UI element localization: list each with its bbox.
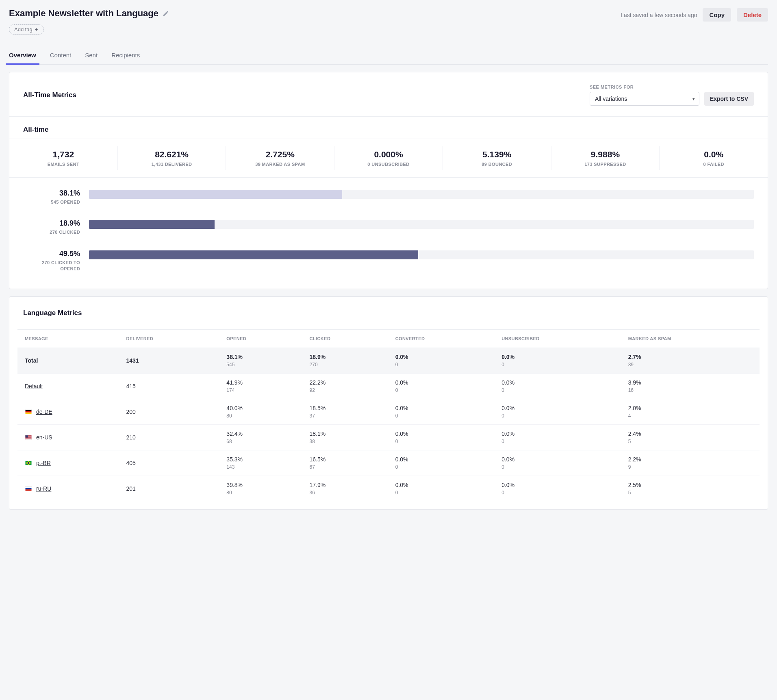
export-csv-button[interactable]: Export to CSV: [704, 92, 754, 106]
table-cell: 0.0%0: [494, 424, 621, 450]
table-header-cell: UNSUBSCRIBED: [494, 329, 621, 348]
cell-sub: 39: [628, 362, 752, 367]
bar-pct: 18.9%: [23, 219, 80, 228]
delete-button[interactable]: Delete: [737, 8, 768, 22]
header-actions: Last saved a few seconds ago Copy Delete: [621, 8, 768, 22]
bar-desc: 270 CLICKED TO OPENED: [23, 260, 80, 272]
cell-sub: 0: [395, 490, 487, 496]
table-cell: 0.0%0: [388, 348, 495, 373]
cell-sub: 4: [628, 413, 752, 419]
message-link[interactable]: Default: [25, 383, 43, 389]
stat-desc: 173 SUPPRESSED: [553, 162, 658, 167]
bar-label: 49.5% 270 CLICKED TO OPENED: [23, 250, 80, 272]
table-header-cell: MARKED AS SPAM: [621, 329, 760, 348]
variation-select-value: All variations: [595, 96, 627, 102]
cell-sub: 37: [310, 413, 381, 419]
stat-desc: 0 FAILED: [661, 162, 766, 167]
tab-recipients[interactable]: Recipients: [111, 52, 140, 64]
stat-item: 1,732 EMAILS SENT: [9, 146, 118, 170]
table-cell: 0.0%0: [388, 424, 495, 450]
flag-icon: [25, 461, 32, 465]
table-cell: ru-RU: [17, 476, 119, 501]
table-cell: Default: [17, 373, 119, 399]
table-header-cell: DELIVERED: [119, 329, 219, 348]
cell-sub: 5: [628, 439, 752, 444]
add-tag-label: Add tag: [14, 26, 33, 33]
language-metrics-card: Language Metrics MESSAGEDELIVEREDOPENEDC…: [9, 296, 768, 510]
bar-desc: 270 CLICKED: [23, 229, 80, 235]
stat-item: 82.621% 1,431 DELIVERED: [118, 146, 226, 170]
stat-value: 82.621%: [119, 150, 224, 159]
svg-rect-8: [26, 438, 32, 439]
pencil-icon[interactable]: [163, 10, 169, 17]
tab-overview[interactable]: Overview: [9, 52, 36, 64]
table-cell: 32.4%68: [219, 424, 302, 450]
stat-desc: 1,431 DELIVERED: [119, 162, 224, 167]
tabs: OverviewContentSentRecipients: [9, 52, 768, 65]
cell-sub: 545: [226, 362, 295, 367]
flag-icon: [25, 486, 32, 491]
table-cell: 39.8%80: [219, 476, 302, 501]
stat-value: 1,732: [11, 150, 116, 159]
add-tag-button[interactable]: Add tag: [9, 24, 44, 35]
message-link[interactable]: ru-RU: [36, 485, 51, 492]
tab-sent[interactable]: Sent: [85, 52, 98, 64]
stat-item: 0.000% 0 UNSUBSCRIBED: [334, 146, 443, 170]
cell-sub: 67: [310, 464, 381, 470]
table-cell: 22.2%92: [302, 373, 388, 399]
table-cell: 2.2%9: [621, 450, 760, 476]
bar-pct: 38.1%: [23, 189, 80, 198]
bar-row: 18.9% 270 CLICKED: [23, 219, 754, 235]
all-time-subheader: All-time: [9, 117, 768, 139]
table-header-cell: CONVERTED: [388, 329, 495, 348]
message-link[interactable]: en-US: [36, 434, 52, 441]
table-cell: 40.0%80: [219, 399, 302, 424]
cell-sub: 80: [226, 490, 295, 496]
cell-sub: 0: [501, 464, 613, 470]
table-cell: 17.9%36: [302, 476, 388, 501]
saved-text: Last saved a few seconds ago: [621, 12, 697, 18]
cell-sub: 68: [226, 439, 295, 444]
table-row-total: Total 1431 38.1%545 18.9%270 0.0%0 0.0%0…: [17, 348, 760, 373]
copy-button[interactable]: Copy: [703, 8, 731, 22]
table-cell: 0.0%0: [494, 450, 621, 476]
cell-sub: 38: [310, 439, 381, 444]
table-cell: 2.7%39: [621, 348, 760, 373]
svg-rect-0: [26, 410, 32, 411]
engagement-bars: 38.1% 545 OPENED 18.9% 270 CLICKED 49.5%…: [9, 178, 768, 289]
cell-sub: 0: [501, 413, 613, 419]
variation-select[interactable]: All variations: [590, 92, 699, 106]
bar-label: 18.9% 270 CLICKED: [23, 219, 80, 235]
table-cell: 200: [119, 399, 219, 424]
stat-item: 9.988% 173 SUPPRESSED: [551, 146, 660, 170]
message-link[interactable]: pt-BR: [36, 460, 51, 466]
stat-value: 0.000%: [336, 150, 441, 159]
metrics-for-col: SEE METRICS FOR All variations: [590, 85, 699, 106]
table-cell: 2.4%5: [621, 424, 760, 450]
cell-sub: 0: [395, 439, 487, 444]
message-link[interactable]: de-DE: [36, 409, 52, 415]
bar-fill: [89, 250, 418, 259]
cell-sub: 143: [226, 464, 295, 470]
table-cell: 1431: [119, 348, 219, 373]
table-cell: 2.5%5: [621, 476, 760, 501]
cell-sub: 80: [226, 413, 295, 419]
svg-point-13: [28, 462, 30, 464]
metrics-card-header: All-Time Metrics SEE METRICS FOR All var…: [9, 72, 768, 117]
table-cell: 0.0%0: [388, 399, 495, 424]
bar-fill: [89, 190, 342, 199]
bar-desc: 545 OPENED: [23, 199, 80, 205]
bar-fill: [89, 220, 215, 229]
table-cell: 210: [119, 424, 219, 450]
table-row: pt-BR 405 35.3%143 16.5%67 0.0%0 0.0%0 2…: [17, 450, 760, 476]
table-row: Default 415 41.9%174 22.2%92 0.0%0 0.0%0…: [17, 373, 760, 399]
table-cell: 18.1%38: [302, 424, 388, 450]
table-header-cell: MESSAGE: [17, 329, 119, 348]
stat-desc: EMAILS SENT: [11, 162, 116, 167]
metrics-for: SEE METRICS FOR All variations Export to…: [590, 85, 754, 106]
cell-sub: 0: [501, 439, 613, 444]
language-title: Language Metrics: [9, 297, 768, 329]
stat-desc: 0 UNSUBSCRIBED: [336, 162, 441, 167]
bar-track: [89, 190, 754, 199]
tab-content[interactable]: Content: [50, 52, 72, 64]
